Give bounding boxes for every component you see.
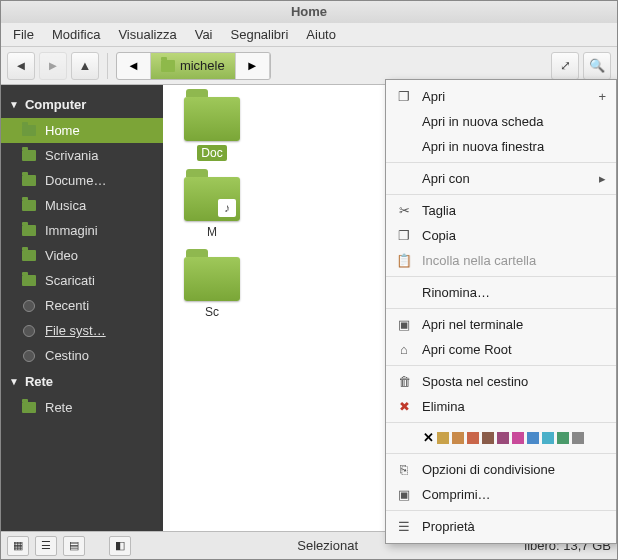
folder-icon [22,125,36,136]
ctx-open[interactable]: ❐Apri+ [386,84,616,109]
scissors-icon: ✂ [396,203,412,218]
sidebar-item[interactable]: Recenti [1,293,163,318]
menu-go[interactable]: Vai [187,25,221,44]
folder-icon [22,225,36,236]
view-icons-button[interactable]: ▦ [7,536,29,556]
folder-icon [22,200,36,211]
ctx-properties[interactable]: ☰Proprietà [386,514,616,539]
sidebar-item[interactable]: Home [1,118,163,143]
sidebar-item[interactable]: Docume… [1,168,163,193]
color-swatch[interactable] [572,432,584,444]
folder-item[interactable]: ♪M [173,177,251,239]
ctx-open-with[interactable]: Apri con▸ [386,166,616,191]
folder-label: M [207,225,217,239]
forward-button[interactable]: ► [39,52,67,80]
separator [107,53,108,79]
menu-help[interactable]: Aiuto [298,25,344,44]
ctx-compress[interactable]: ▣Comprimi… [386,482,616,507]
view-list-button[interactable]: ☰ [35,536,57,556]
sidebar-item-label: Rete [45,400,72,415]
drive-icon [23,325,35,337]
compress-icon: ▣ [396,487,412,502]
drive-icon [23,350,35,362]
ctx-rename[interactable]: Rinomina… [386,280,616,305]
sidebar-item[interactable]: Immagini [1,218,163,243]
ctx-delete[interactable]: ✖Elimina [386,394,616,419]
color-swatch[interactable] [557,432,569,444]
file-view[interactable]: ❐Apri+ Apri in nuova scheda Apri in nuov… [163,85,617,531]
folder-item[interactable]: Doc [173,97,251,161]
up-button[interactable]: ▲ [71,52,99,80]
search-button[interactable]: 🔍 [583,52,611,80]
ctx-cut[interactable]: ✂Taglia [386,198,616,223]
sidebar-item-label: File syst… [45,323,106,338]
separator [386,453,616,454]
sidebar-item[interactable]: Scrivania [1,143,163,168]
folder-label: Sc [205,305,219,319]
sidebar-item-label: Immagini [45,223,98,238]
color-swatch[interactable] [467,432,479,444]
folder-item[interactable]: Sc [173,257,251,319]
color-swatch[interactable] [497,432,509,444]
ctx-terminal[interactable]: ▣Apri nel terminale [386,312,616,337]
menubar: File Modifica Visualizza Vai Segnalibri … [1,23,617,47]
menu-bookmarks[interactable]: Segnalibri [223,25,297,44]
sidebar-category-label: Computer [25,97,86,112]
color-swatch[interactable] [512,432,524,444]
sidebar-item[interactable]: Video [1,243,163,268]
root-icon: ⌂ [396,342,412,357]
color-swatch[interactable] [542,432,554,444]
separator [386,422,616,423]
folder-icon [184,257,240,301]
ctx-copy[interactable]: ❐Copia [386,223,616,248]
color-swatch[interactable] [452,432,464,444]
sidebar-item-label: Musica [45,198,86,213]
color-swatch[interactable] [482,432,494,444]
separator [386,276,616,277]
fullscreen-button[interactable]: ⤢ [551,52,579,80]
folder-icon [22,150,36,161]
share-icon: ⎘ [396,462,412,477]
sidebar-category-label: Rete [25,374,53,389]
sidebar: ▼ComputerHomeScrivaniaDocume…MusicaImmag… [1,85,163,531]
sidebar-item[interactable]: File syst… [1,318,163,343]
sidebar-item[interactable]: Rete [1,395,163,420]
copy-icon: ❐ [396,228,412,243]
view-compact-button[interactable]: ▤ [63,536,85,556]
sidebar-item-label: Docume… [45,173,106,188]
folder-icon [22,175,36,186]
path-current[interactable]: michele [151,53,236,79]
ctx-open-tab[interactable]: Apri in nuova scheda [386,109,616,134]
sidebar-item-label: Recenti [45,298,89,313]
color-swatch[interactable] [437,432,449,444]
ctx-trash[interactable]: 🗑Sposta nel cestino [386,369,616,394]
sidebar-category[interactable]: ▼Computer [1,91,163,118]
separator [386,308,616,309]
trash-icon: 🗑 [396,374,412,389]
chevron-down-icon: ▼ [9,99,19,110]
sidebar-item-label: Video [45,248,78,263]
sidebar-item[interactable]: Scaricati [1,268,163,293]
plus-icon: + [598,89,606,104]
back-button[interactable]: ◄ [7,52,35,80]
folder-icon [22,250,36,261]
path-current-label: michele [180,58,225,73]
separator [386,510,616,511]
path-next[interactable]: ► [236,53,270,79]
menu-file[interactable]: File [5,25,42,44]
sidebar-item-label: Cestino [45,348,89,363]
sidebar-category[interactable]: ▼Rete [1,368,163,395]
sidebar-item[interactable]: Cestino [1,343,163,368]
menu-view[interactable]: Visualizza [110,25,184,44]
color-none[interactable]: ✕ [422,432,434,444]
separator [386,194,616,195]
sidebar-toggle-button[interactable]: ◧ [109,536,131,556]
menu-edit[interactable]: Modifica [44,25,108,44]
path-prev[interactable]: ◄ [117,53,151,79]
chevron-down-icon: ▼ [9,376,19,387]
sidebar-item[interactable]: Musica [1,193,163,218]
ctx-share[interactable]: ⎘Opzioni di condivisione [386,457,616,482]
ctx-open-win[interactable]: Apri in nuova finestra [386,134,616,159]
ctx-root[interactable]: ⌂Apri come Root [386,337,616,362]
color-swatch[interactable] [527,432,539,444]
